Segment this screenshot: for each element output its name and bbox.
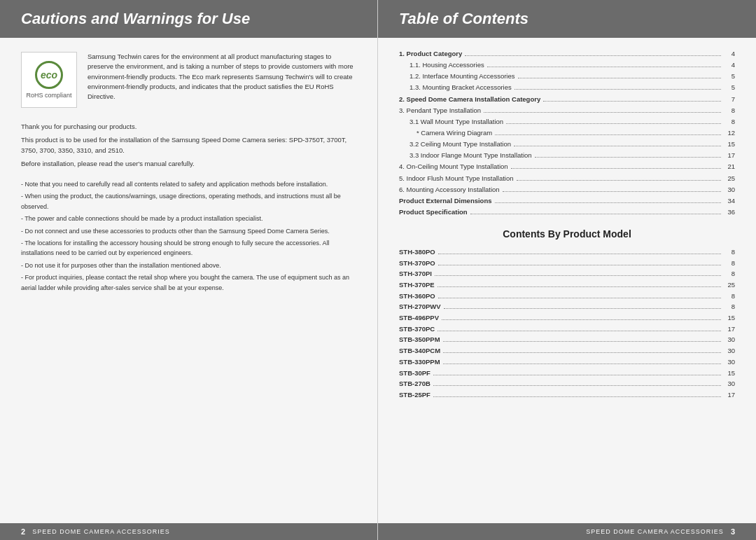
toc-dots bbox=[495, 202, 721, 203]
left-content: eco RoHS compliant Samsung Techwin cares… bbox=[0, 38, 377, 523]
toc-item: 3.2 Ceiling Mount Type Installation 15 bbox=[399, 139, 735, 150]
note-item: - Note that you need to carefully read a… bbox=[21, 179, 356, 189]
toc-page: 30 bbox=[724, 184, 735, 195]
cbm-page: 30 bbox=[724, 334, 735, 345]
cbm-label: STB-270B bbox=[399, 378, 430, 389]
cbm-label: STB-350PPM bbox=[399, 334, 440, 345]
cbm-label: STH-360PO bbox=[399, 291, 435, 302]
eco-logo: eco RoHS compliant bbox=[21, 52, 77, 108]
contents-by-model: Contents By Product Model STH-380PO 8 ST… bbox=[399, 228, 735, 400]
cbm-dots bbox=[438, 331, 721, 331]
toc-page: 34 bbox=[724, 195, 735, 207]
toc-item: 1.1. Housing Accessories 4 bbox=[399, 60, 735, 71]
cbm-page: 8 bbox=[724, 247, 735, 258]
toc-page: 8 bbox=[724, 105, 735, 116]
toc-label: 1.3. Mounting Bracket Accessories bbox=[399, 82, 512, 93]
toc-label: Product Specification bbox=[399, 207, 468, 218]
toc-label: 4. On-Ceiling Mount Type Installation bbox=[399, 161, 508, 172]
toc-label: 2. Speed Dome Camera Installation Catego… bbox=[399, 94, 540, 105]
cbm-page: 17 bbox=[724, 324, 735, 335]
toc-dots bbox=[495, 134, 721, 135]
cbm-page: 15 bbox=[724, 368, 735, 379]
toc-page: 21 bbox=[724, 161, 735, 172]
cbm-page: 8 bbox=[724, 291, 735, 302]
left-header: Cautions and Warnings for Use bbox=[0, 0, 377, 38]
toc-item: 4. On-Ceiling Mount Type Installation 21 bbox=[399, 161, 735, 172]
toc-dots bbox=[503, 191, 721, 192]
cbm-page: 8 bbox=[724, 301, 735, 312]
cbm-dots bbox=[438, 265, 721, 265]
right-footer: SPEED DOME CAMERA ACCESSORIES 3 bbox=[378, 523, 756, 540]
cbm-dots bbox=[433, 375, 721, 375]
cbm-dots bbox=[443, 352, 721, 353]
rohs-label: RoHS compliant bbox=[26, 92, 71, 99]
cbm-item: STB-330PPM 30 bbox=[399, 356, 735, 368]
cbm-label: STB-370PC bbox=[399, 324, 435, 335]
cbm-label: STH-270PWV bbox=[399, 301, 441, 312]
note-item: - Do not connect and use these accessori… bbox=[21, 226, 356, 236]
toc-item: Product External Dimensions 34 bbox=[399, 195, 735, 207]
toc-dots bbox=[487, 67, 721, 67]
toc-label: 3.1 Wall Mount Type Installation bbox=[399, 116, 503, 127]
toc-label: * Camera Wiring Diagram bbox=[399, 127, 492, 139]
eco-circle: eco bbox=[35, 61, 63, 89]
right-page-number: 3 bbox=[731, 527, 735, 536]
cbm-page: 15 bbox=[724, 312, 735, 324]
toc-page: 15 bbox=[724, 139, 735, 150]
note-item: - The power and cable connections should… bbox=[21, 214, 356, 223]
eco-description: Samsung Techwin cares for the environmen… bbox=[88, 52, 356, 102]
toc-label: 5. Indoor Flush Mount Type Installation bbox=[399, 173, 514, 184]
cbm-dots bbox=[443, 341, 721, 342]
cbm-item: STH-360PO 8 bbox=[399, 291, 735, 302]
cbm-item: STH-370PO 8 bbox=[399, 258, 735, 269]
cbm-label: STB-340PCM bbox=[399, 345, 440, 356]
toc-label: 3.3 Indoor Flange Mount Type Installatio… bbox=[399, 150, 532, 161]
thank-you-section: Thank you for purchasing our products. T… bbox=[21, 122, 356, 169]
cbm-label: STH-380PO bbox=[399, 247, 435, 258]
thank-you-text: Thank you for purchasing our products. bbox=[21, 122, 356, 132]
cbm-page: 25 bbox=[724, 279, 735, 291]
cbm-title: Contents By Product Model bbox=[399, 228, 735, 240]
toc-dots bbox=[506, 123, 721, 124]
cbm-page: 30 bbox=[724, 345, 735, 356]
toc-list: 1. Product Category 4 1.1. Housing Acces… bbox=[399, 48, 735, 218]
toc-dots bbox=[465, 55, 721, 56]
note-item: - When using the product, the cautions/w… bbox=[21, 191, 356, 212]
cbm-dots bbox=[438, 286, 721, 287]
toc-label: 3.2 Ceiling Mount Type Installation bbox=[399, 139, 511, 150]
toc-page: 5 bbox=[724, 82, 735, 93]
right-page: Table of Contents 1. Product Category 4 … bbox=[378, 0, 756, 540]
cbm-page: 30 bbox=[724, 356, 735, 368]
note-item: - Do not use it for purposes other than … bbox=[21, 261, 356, 270]
cbm-label: STB-330PPM bbox=[399, 356, 440, 368]
left-page-number: 2 bbox=[21, 527, 25, 536]
toc-item: 3.1 Wall Mount Type Installation 8 bbox=[399, 116, 735, 127]
toc-item: 3.3 Indoor Flange Mount Type Installatio… bbox=[399, 150, 735, 161]
toc-label: Product External Dimensions bbox=[399, 195, 492, 207]
cbm-label: STB-30PF bbox=[399, 368, 430, 379]
right-footer-title: SPEED DOME CAMERA ACCESSORIES bbox=[586, 528, 724, 535]
toc-dots bbox=[511, 168, 721, 169]
right-content: 1. Product Category 4 1.1. Housing Acces… bbox=[378, 38, 756, 523]
toc-item: 1.3. Mounting Bracket Accessories 5 bbox=[399, 82, 735, 93]
toc-dots bbox=[543, 101, 721, 102]
toc-page: 12 bbox=[724, 127, 735, 139]
left-page: Cautions and Warnings for Use eco RoHS c… bbox=[0, 0, 378, 540]
left-title: Cautions and Warnings for Use bbox=[21, 10, 250, 27]
cbm-dots bbox=[443, 364, 721, 364]
cbm-label: STB-25PF bbox=[399, 389, 430, 401]
cbm-item: STH-370PI 8 bbox=[399, 268, 735, 279]
toc-dots bbox=[470, 214, 721, 214]
cbm-label: STB-496PPV bbox=[399, 312, 439, 324]
toc-page: 4 bbox=[724, 60, 735, 71]
toc-item: 2. Speed Dome Camera Installation Catego… bbox=[399, 94, 735, 105]
left-footer-title: SPEED DOME CAMERA ACCESSORIES bbox=[32, 528, 170, 535]
cbm-page: 30 bbox=[724, 378, 735, 389]
toc-item: 1.2. Interface Mounting Accessories 5 bbox=[399, 71, 735, 82]
toc-page: 7 bbox=[724, 94, 735, 105]
cbm-item: STB-25PF 17 bbox=[399, 389, 735, 401]
toc-label: 1. Product Category bbox=[399, 48, 462, 60]
toc-item: * Camera Wiring Diagram 12 bbox=[399, 127, 735, 139]
toc-item: 6. Mounting Accessory Installation 30 bbox=[399, 184, 735, 195]
cbm-item: STH-380PO 8 bbox=[399, 247, 735, 258]
